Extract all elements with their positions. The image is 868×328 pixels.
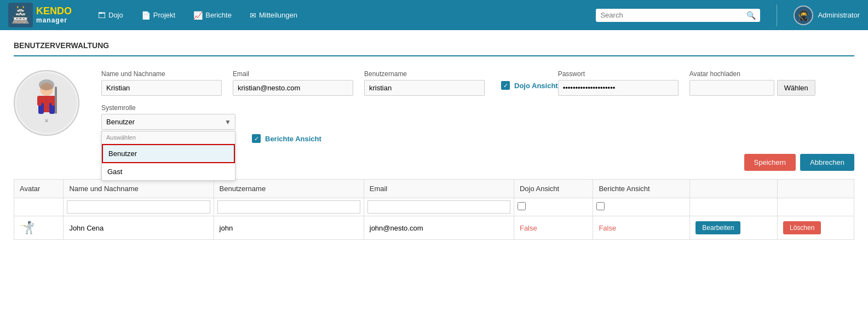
row-berichte-ansicht: False — [593, 216, 690, 240]
avatar: 🥷 — [794, 5, 813, 25]
avatar-upload-group: Avatar hochladen Wählen — [689, 70, 815, 96]
svg-text:🏯: 🏯 — [11, 6, 30, 24]
dojo-ansicht-checkbox[interactable]: ✓ — [501, 81, 510, 90]
nav-projekt[interactable]: 📄 Projekt — [134, 7, 183, 24]
avatar-upload-input[interactable] — [689, 80, 774, 96]
systemrolle-label: Systemrolle — [101, 104, 235, 112]
form-area: ⚔ Name und Nachname Email Benutzername — [14, 70, 854, 143]
nav-mitteilungen[interactable]: ✉ Mitteilungen — [242, 7, 305, 24]
systemrolle-select[interactable]: Benutzer Gast — [101, 114, 235, 130]
nav-dojo[interactable]: 🗔 Dojo — [90, 7, 131, 24]
berichte-checkbox-section: ✓ Berichte Ansicht — [252, 134, 321, 143]
loschen-button[interactable]: Löschen — [783, 221, 821, 234]
speichern-button[interactable]: Speichern — [744, 154, 796, 171]
row-username: john — [214, 216, 364, 240]
berichte-icon: 📈 — [193, 11, 203, 20]
password-group: Passwort — [558, 70, 679, 96]
password-label: Passwort — [558, 70, 679, 78]
logo-icon: 🏯 — [8, 3, 33, 27]
svg-point-10 — [39, 79, 54, 90]
filter-row — [14, 198, 854, 216]
dropdown-group-label: Auswählen — [102, 131, 235, 144]
col-header-avatar: Avatar — [14, 180, 64, 198]
header-divider — [777, 4, 777, 26]
row-dojo-ansicht: False — [514, 216, 593, 240]
svg-text:⚔: ⚔ — [44, 118, 49, 123]
abbrechen-button[interactable]: Abbrechen — [800, 154, 854, 171]
filter-username-input[interactable] — [217, 200, 360, 214]
filter-email — [364, 198, 514, 216]
user-table: Avatar Name und Nachname Benutzername Em… — [14, 179, 854, 240]
row-avatar-icon: 🤺 — [20, 221, 35, 234]
dojo-ansicht-row: ✓ Dojo Ansicht — [501, 81, 558, 90]
user-area[interactable]: 🥷 Administrator — [794, 5, 860, 25]
dropdown-item-gast[interactable]: Gast — [102, 163, 235, 180]
svg-rect-9 — [55, 87, 57, 114]
avatar-upload-label: Avatar hochladen — [689, 70, 815, 78]
systemrolle-select-wrapper: Benutzer Gast ▼ Auswählen Benutzer Gast — [101, 114, 235, 130]
avatar-section: ⚔ — [14, 70, 85, 136]
filter-avatar — [14, 198, 64, 216]
user-avatar-preview: ⚔ — [14, 70, 79, 136]
dojo-icon: 🗔 — [98, 11, 106, 20]
filter-name-input[interactable] — [67, 200, 210, 214]
bearbeiten-button[interactable]: Bearbeiten — [695, 221, 740, 234]
username-label: Benutzername — [364, 70, 485, 78]
password-input[interactable] — [558, 80, 679, 96]
nav-menu: 🗔 Dojo 📄 Projekt 📈 Berichte ✉ Mitteilung… — [90, 7, 585, 24]
name-group: Name und Nachname — [101, 70, 222, 96]
projekt-icon: 📄 — [141, 11, 151, 20]
filter-dojo — [514, 198, 593, 216]
filter-berichte-checkbox[interactable] — [596, 202, 605, 210]
email-group: Email — [233, 70, 353, 96]
systemrolle-group: Systemrolle Benutzer Gast ▼ Auswählen Be… — [101, 104, 235, 135]
col-header-name: Name und Nachname — [64, 180, 214, 198]
row-action-bearbeiten: Bearbeiten — [690, 216, 778, 240]
main-header: 🏯 KENDO manager 🗔 Dojo 📄 Projekt 📈 Beric… — [0, 0, 868, 30]
row-name: John Cena — [64, 216, 214, 240]
mitteilungen-icon: ✉ — [250, 11, 256, 20]
row-email: john@nesto.com — [364, 216, 514, 240]
avatar-upload-area: Wählen — [689, 80, 815, 96]
filter-name — [64, 198, 214, 216]
col-header-action1 — [690, 180, 778, 198]
filter-berichte — [593, 198, 690, 216]
logo: 🏯 KENDO manager — [8, 3, 79, 27]
table-row: 🤺 John Cena john john@nesto.com False Fa… — [14, 216, 854, 240]
filter-username — [214, 198, 364, 216]
filter-dojo-checkbox[interactable] — [518, 202, 526, 210]
dropdown-item-benutzer[interactable]: Benutzer — [102, 144, 235, 163]
checkbox-section: ✓ Dojo Ansicht — [501, 81, 558, 104]
filter-email-input[interactable] — [367, 200, 510, 214]
col-header-berichte: Berichte Ansicht — [593, 180, 690, 198]
main-content: BENUTZERVERWALTUNG ⚔ — [0, 30, 868, 328]
user-name: Administrator — [818, 11, 860, 19]
search-icon: 🔍 — [746, 11, 756, 20]
name-label: Name und Nachname — [101, 70, 222, 78]
email-label: Email — [233, 70, 353, 78]
search-input[interactable] — [600, 11, 746, 19]
email-input[interactable] — [233, 80, 353, 96]
form-fields: Name und Nachname Email Benutzername ✓ D… — [101, 70, 854, 143]
berichte-ansicht-checkbox[interactable]: ✓ — [252, 134, 261, 143]
col-header-dojo: Dojo Ansicht — [514, 180, 593, 198]
filter-action1 — [690, 198, 778, 216]
name-input[interactable] — [101, 80, 222, 96]
berichte-ansicht-row: ✓ Berichte Ansicht — [252, 134, 321, 143]
filter-action2 — [777, 198, 854, 216]
username-group: Benutzername — [364, 70, 485, 96]
wahlen-button[interactable]: Wählen — [777, 80, 815, 96]
row-avatar: 🤺 — [14, 216, 64, 240]
dojo-ansicht-label: Dojo Ansicht — [514, 82, 558, 90]
page-title: BENUTZERVERWALTUNG — [14, 41, 854, 56]
nav-berichte[interactable]: 📈 Berichte — [186, 7, 239, 24]
col-header-email: Email — [364, 180, 514, 198]
systemrolle-dropdown: Auswählen Benutzer Gast — [101, 131, 235, 181]
table-header-row: Avatar Name und Nachname Benutzername Em… — [14, 180, 854, 198]
row-action-loschen: Löschen — [777, 216, 854, 240]
username-input[interactable] — [364, 80, 485, 96]
search-area: 🔍 — [596, 9, 760, 22]
col-header-username: Benutzername — [214, 180, 364, 198]
col-header-action2 — [777, 180, 854, 198]
svg-rect-7 — [37, 96, 42, 106]
